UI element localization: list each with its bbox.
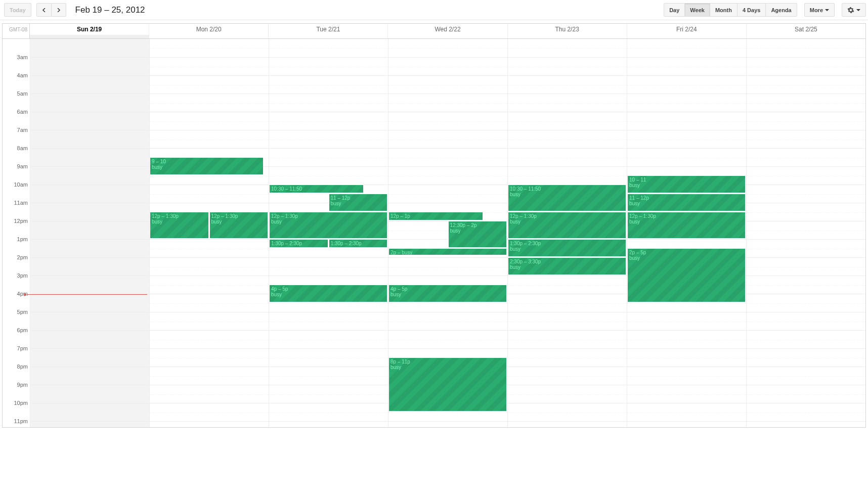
event-time: 10:30 – 11:50 <box>271 186 362 192</box>
day-header[interactable]: Thu 2/23 <box>508 24 627 35</box>
event-title: busy <box>271 192 362 193</box>
day-header[interactable]: Sat 2/25 <box>747 24 865 35</box>
calendar-event[interactable]: 2p – 5pbusy <box>627 248 746 302</box>
calendar-event[interactable]: 2:30p – 3:30pbusy <box>508 257 626 275</box>
calendar-event[interactable]: 1:30p – 2:30pbusy <box>508 239 626 257</box>
event-time: 1:30p – 2:30p <box>510 241 624 246</box>
hour-label: 8pm <box>3 363 30 381</box>
calendar-event[interactable]: 12:30p – 2pbusy <box>448 221 507 248</box>
hour-label: 5pm <box>3 308 30 327</box>
event-title: busy <box>271 292 385 297</box>
view-4-days-button[interactable]: 4 Days <box>737 3 766 17</box>
calendar-week-view: GMT-08 Sun 2/19Mon 2/20Tue 2/21Wed 2/22T… <box>0 23 868 428</box>
allday-cell[interactable] <box>627 35 747 38</box>
calendar-event[interactable]: 10:30 – 11:50busy <box>508 185 626 211</box>
hour-label: 10pm <box>3 399 30 418</box>
calendar-toolbar: Today Feb 19 – 25, 2012 DayWeekMonth4 Da… <box>0 0 868 20</box>
gear-icon <box>847 7 854 14</box>
calendar-event[interactable]: 8p – 11pbusy <box>388 357 507 412</box>
calendar-event[interactable]: 4p – 5pbusy <box>388 285 507 302</box>
today-button[interactable]: Today <box>4 3 31 17</box>
event-title: busy <box>510 246 624 252</box>
calendar-event[interactable]: 12p – 1:30pbusy <box>627 212 746 239</box>
calendar-event[interactable]: 9 – 10busy <box>150 157 264 175</box>
event-title: busy <box>629 219 744 224</box>
hour-label: 3am <box>3 54 30 72</box>
day-header[interactable]: Mon 2/20 <box>149 24 269 35</box>
allday-cell[interactable] <box>149 35 269 38</box>
allday-cell[interactable] <box>30 35 149 38</box>
calendar-event[interactable]: 10 – 11busy <box>627 175 746 193</box>
day-header[interactable]: Tue 2/21 <box>269 24 388 35</box>
day-header[interactable]: Wed 2/22 <box>388 24 507 35</box>
allday-cell[interactable] <box>508 35 627 38</box>
event-title: busy <box>390 292 505 297</box>
event-title: busy <box>510 219 624 224</box>
view-week-button[interactable]: Week <box>685 3 710 17</box>
allday-cell[interactable] <box>747 35 865 38</box>
view-month-button[interactable]: Month <box>710 3 737 17</box>
calendar-event[interactable]: 1:30p – 2:30pbusy <box>329 239 388 248</box>
calendar-event[interactable]: 11 – 12pbusy <box>329 194 388 211</box>
hour-label: 5am <box>3 90 30 108</box>
calendar-event[interactable]: 10:30 – 11:50busy <box>269 185 364 193</box>
day-header[interactable]: Fri 2/24 <box>627 24 747 35</box>
calendar-event[interactable]: 11 – 12pbusy <box>627 194 746 211</box>
calendar-event[interactable]: 12p – 1:30pbusy <box>209 212 269 239</box>
allday-cell[interactable] <box>269 35 388 38</box>
chevron-left-icon <box>42 8 46 12</box>
timezone-label: GMT-08 <box>3 24 30 35</box>
event-time: 12p – 1:30p <box>152 213 207 219</box>
hour-label: 3pm <box>3 272 30 290</box>
calendar-event[interactable]: 4p – 5pbusy <box>269 285 387 302</box>
more-menu-button[interactable]: More <box>804 3 835 17</box>
calendar-event[interactable]: 2p – busy <box>388 248 507 255</box>
event-title: busy <box>510 192 624 197</box>
next-button[interactable] <box>52 3 66 17</box>
event-time: 8p – 11p <box>390 359 505 365</box>
event-time: 2p – 5p <box>629 250 744 255</box>
event-time: 2:30p – 3:30p <box>510 259 624 264</box>
day-column[interactable]: 12p – 1pbusy12:30p – 2pbusy2p – busy4p –… <box>388 39 507 428</box>
allday-row <box>2 35 866 39</box>
event-title: busy <box>629 183 744 188</box>
nav-button-group <box>36 3 66 17</box>
event-time: 10 – 11 <box>629 177 744 183</box>
calendar-grid-scroll[interactable]: 3am4am5am6am7am8am9am10am11am12pm1pm2pm3… <box>2 39 866 428</box>
day-header-row: GMT-08 Sun 2/19Mon 2/20Tue 2/21Wed 2/22T… <box>2 23 866 35</box>
hour-label: 8am <box>3 145 30 163</box>
event-title: busy <box>450 228 505 234</box>
event-title: busy <box>629 255 744 261</box>
calendar-event[interactable]: 12p – 1pbusy <box>388 212 483 220</box>
calendar-event[interactable]: 1:30p – 2:30pbusy <box>269 239 328 248</box>
settings-button[interactable] <box>842 3 866 17</box>
day-column[interactable]: 10:30 – 11:50busy12p – 1:30pbusy1:30p – … <box>507 39 627 428</box>
prev-button[interactable] <box>36 3 52 17</box>
hour-label: 9pm <box>3 381 30 399</box>
view-day-button[interactable]: Day <box>664 3 685 17</box>
event-title: busy <box>152 219 207 224</box>
caret-down-icon <box>856 9 860 11</box>
event-time: 12p – 1:30p <box>510 213 624 219</box>
calendar-event[interactable]: 12p – 1:30pbusy <box>508 212 626 239</box>
hour-label: 4am <box>3 72 30 90</box>
hour-label: 10am <box>3 181 30 199</box>
event-title: busy <box>390 365 505 370</box>
day-header[interactable]: Sun 2/19 <box>30 24 149 35</box>
hour-label: 7pm <box>3 345 30 363</box>
event-title: busy <box>152 164 262 170</box>
more-label: More <box>810 7 823 13</box>
allday-cell[interactable] <box>388 35 507 38</box>
day-column[interactable]: 10 – 11busy11 – 12pbusy12p – 1:30pbusy2p… <box>627 39 746 428</box>
day-column[interactable]: 9 – 10busy12p – 1:30pbusy12p – 1:30pbusy <box>149 39 269 428</box>
calendar-event[interactable]: 12p – 1:30pbusy <box>269 212 387 239</box>
calendar-event[interactable]: 12p – 1:30pbusy <box>150 212 209 239</box>
event-time: 4p – 5p <box>271 286 385 292</box>
event-time: 12p – 1:30p <box>271 213 385 219</box>
view-agenda-button[interactable]: Agenda <box>766 3 797 17</box>
day-column[interactable] <box>30 39 149 428</box>
event-title: busy <box>510 264 624 270</box>
day-column[interactable]: 10:30 – 11:50busy11 – 12pbusy12p – 1:30p… <box>269 39 388 428</box>
day-column[interactable] <box>746 39 865 428</box>
hour-label: 2pm <box>3 254 30 272</box>
